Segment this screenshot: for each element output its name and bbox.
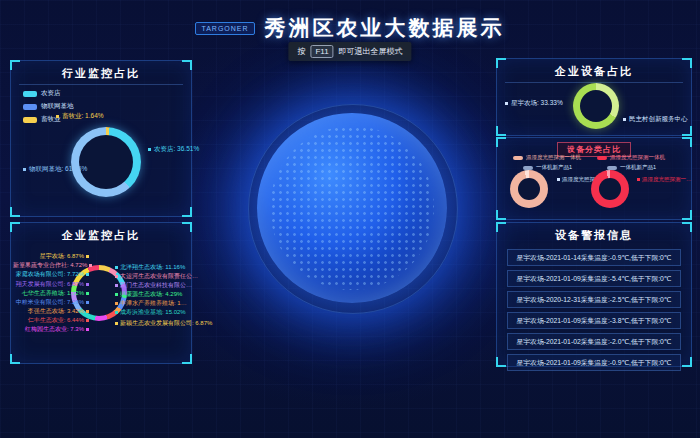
slice-label: 李强生态农场: 3.42%: [13, 307, 89, 316]
panel-title: 行业监控占比: [11, 66, 191, 81]
slice-label: 中粮米业有限公司: 7.29%: [13, 298, 89, 307]
corner-accent: [10, 207, 20, 217]
slice-label: 星宇农场: 33.33%: [505, 99, 563, 108]
legend-item[interactable]: 温湿度光照探测一体机: [513, 154, 581, 161]
corner-accent: [496, 126, 506, 136]
corner-accent: [682, 210, 692, 220]
hint-prefix: 按: [297, 46, 305, 57]
page-title: 秀洲区农业大数据展示: [265, 14, 505, 42]
legend-swatch: [523, 166, 533, 170]
legend-label: 农资店: [41, 89, 61, 98]
corner-accent: [182, 207, 192, 217]
slice-label: 新颖生态农业发展有限公司: 6.87%: [115, 319, 201, 328]
slice-label: 新篁果蔬专业合作社: 4.72%: [13, 261, 89, 270]
corner-accent: [496, 357, 506, 367]
panel-enterprise-ratio: 企业监控占比 星宇农场: 6.87% 新篁果蔬专业合作社: 4.72% 家庭农场…: [10, 222, 192, 364]
legend-swatch: [23, 104, 37, 110]
category-left-donut-chart: [510, 170, 548, 208]
slice-label: 七华生态养殖场: 1.72%: [13, 289, 89, 298]
slice-label: 温湿度光照探测一…: [637, 176, 692, 183]
corner-accent: [10, 354, 20, 364]
fullscreen-hint: 按 F11 即可退出全屏模式: [288, 42, 411, 61]
legend-item[interactable]: 农资店: [23, 89, 74, 98]
panel-device-category-ratio: 设备分类占比 温湿度光照探测一体机 一体机新产品1 温湿度光照探测一… 温湿度光…: [496, 137, 692, 220]
slice-label: 星宇农场: 6.87%: [13, 252, 89, 261]
corner-accent: [496, 137, 506, 147]
legend-label: 温湿度光照探测一体机: [526, 154, 581, 161]
header: TARGONER 秀洲区农业大数据展示: [0, 14, 700, 42]
hint-suffix: 即可退出全屏模式: [339, 46, 403, 57]
corner-accent: [682, 137, 692, 147]
corner-accent: [496, 210, 506, 220]
category-right-donut-chart: [591, 170, 629, 208]
legend-label: 物联网基地: [41, 102, 74, 111]
slice-label: 大运河生态农业有限责任公…: [115, 272, 201, 281]
legend-swatch: [607, 166, 617, 170]
slice-label: 民主村创新服务中心: [623, 115, 688, 124]
alarm-row[interactable]: 星宇农场-2021-01-02采集温度:-2.0℃,低于下限:0℃: [507, 333, 681, 350]
alarm-row[interactable]: 星宇农场-2021-01-09采集温度:-5.4℃,低于下限:0℃: [507, 270, 681, 287]
slice-label: 畜牧业: 1.64%: [56, 112, 104, 121]
corner-accent: [182, 354, 192, 364]
slice-label: 翔天发展有限公司: 6.87%: [13, 280, 89, 289]
alarm-list: 星宇农场-2021-01-14采集温度:-0.9℃,低于下限:0℃ 星宇农场-2…: [507, 249, 681, 375]
alarm-row[interactable]: 星宇农场-2021-01-09采集温度:-3.8℃,低于下限:0℃: [507, 312, 681, 329]
f11-key-badge: F11: [310, 45, 333, 58]
legend-label: 一体机新产品1: [620, 164, 656, 171]
dashboard-screen: TARGONER 秀洲区农业大数据展示 按 F11 即可退出全屏模式 行业监控占…: [0, 0, 700, 438]
legend-item[interactable]: 温湿度光照探测一体机: [597, 154, 665, 161]
globe-dot-map: [270, 126, 433, 289]
slice-label: 红梅园生态农业: 7.3%: [13, 325, 89, 334]
legend-item[interactable]: 物联网基地: [23, 102, 74, 111]
panel-device-alarms: 设备警报信息 星宇农场-2021-01-14采集温度:-0.9℃,低于下限:0℃…: [496, 222, 692, 367]
panel-industry-ratio: 行业监控占比 农资店 物联网基地 畜牧业 畜牧业: 1.64% 农资店: 36.…: [10, 60, 192, 217]
device-donut-chart: [573, 83, 619, 129]
slice-label: 绿康源生态农场: 4.29%: [115, 290, 201, 299]
legend-label: 温湿度光照探测一体机: [610, 154, 665, 161]
panel-title: 企业设备占比: [497, 64, 691, 79]
slice-label: 家庭农场有限公司: 7.72%: [13, 270, 89, 279]
slice-label: 聚门生态农业科技有限公…: [115, 281, 201, 290]
legend-label: 一体机新产品1: [536, 164, 572, 171]
panel-title: 企业监控占比: [11, 228, 191, 243]
corner-accent: [682, 357, 692, 367]
legend-swatch: [23, 117, 37, 123]
alarm-row[interactable]: 星宇农场-2021-01-14采集温度:-0.9℃,低于下限:0℃: [507, 249, 681, 266]
slice-label: 北洋翔生态农场: 11.16%: [115, 263, 201, 272]
panel-title: 设备警报信息: [497, 228, 691, 243]
slice-label: 丰潭水产养殖养殖场: 1…: [115, 299, 201, 308]
divider: [19, 84, 183, 85]
slice-label: 成寿浜渔业基地: 15.02%: [115, 308, 201, 317]
alarm-row[interactable]: 星宇农场-2020-12-31采集温度:-2.5℃,低于下限:0℃: [507, 291, 681, 308]
corner-accent: [682, 126, 692, 136]
legend-swatch: [23, 91, 37, 97]
alarm-row[interactable]: 星宇农场-2021-01-09采集温度:-0.9℃,低于下限:0℃: [507, 354, 681, 371]
panel-device-ratio: 企业设备占比 星宇农场: 33.33% 民主村创新服务中心: [496, 58, 692, 136]
globe: [257, 113, 447, 303]
legend-swatch: [597, 156, 607, 160]
slice-label: 仁丰生态农业: 6.44%: [13, 316, 89, 325]
legend-swatch: [513, 156, 523, 160]
slice-label: 农资店: 36.51%: [148, 145, 199, 154]
slice-label: 物联网基地: 61.85%: [23, 165, 87, 174]
logo: TARGONER: [195, 22, 254, 35]
industry-donut-chart: [71, 127, 141, 197]
industry-legend: 农资店 物联网基地 畜牧业: [23, 89, 74, 128]
